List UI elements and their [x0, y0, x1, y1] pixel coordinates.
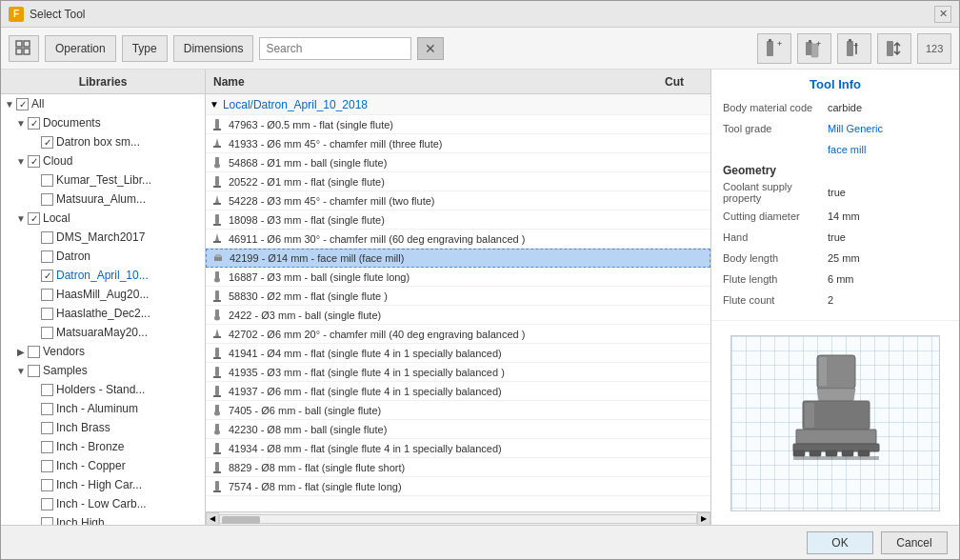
- toggle-inch-bronze[interactable]: [28, 440, 41, 453]
- tool-item-47963[interactable]: 47963 - Ø0.5 mm - flat (single flute): [206, 115, 710, 134]
- checkbox-dms[interactable]: [41, 231, 53, 244]
- checkbox-datron-box[interactable]: ✓: [41, 136, 53, 149]
- horizontal-scrollbar[interactable]: ◀ ▶: [206, 511, 710, 525]
- toggle-holders[interactable]: [28, 383, 41, 396]
- tree-item-inch-low-carb[interactable]: Inch - Low Carb...: [1, 494, 205, 513]
- tree-item-matsuura[interactable]: Matsuura_Alum...: [1, 190, 205, 209]
- tool-item-7574[interactable]: 7574 - Ø8 mm - flat (single flute long): [206, 477, 710, 496]
- tool-number-button[interactable]: 123: [917, 33, 951, 64]
- tree-item-inch-copper[interactable]: Inch - Copper: [1, 456, 205, 475]
- checkbox-haas-mill[interactable]: [41, 289, 53, 301]
- tool-item-2422[interactable]: 2422 - Ø3 mm - ball (single flute): [206, 306, 710, 325]
- tree-item-vendors[interactable]: ▶ Vendors: [1, 342, 205, 361]
- tool-item-8829[interactable]: 8829 - Ø8 mm - flat (single flute short): [206, 458, 710, 477]
- toggle-datron-april[interactable]: [28, 269, 41, 282]
- toggle-haas-mill[interactable]: [28, 288, 41, 301]
- tree-item-cloud[interactable]: ▼ ✓ Cloud: [1, 151, 205, 170]
- tool-new-button[interactable]: +: [837, 33, 871, 64]
- tree-item-samples[interactable]: ▼ Samples: [1, 361, 205, 380]
- tool-item-41935[interactable]: 41935 - Ø3 mm - flat (single flute 4 in …: [206, 363, 710, 382]
- tree-item-inch-bronze[interactable]: Inch - Bronze: [1, 437, 205, 456]
- tree-item-inch-aluminum[interactable]: Inch - Aluminum: [1, 399, 205, 418]
- tree-item-local[interactable]: ▼ ✓ Local: [1, 209, 205, 228]
- toggle-matsuura[interactable]: [28, 192, 41, 206]
- tool-copy-button[interactable]: +: [797, 33, 831, 64]
- checkbox-holders[interactable]: [41, 384, 53, 396]
- scroll-thumb[interactable]: [222, 516, 260, 524]
- tree-item-matsuura-may[interactable]: MatsuaraMay20...: [1, 323, 205, 342]
- checkbox-haaslathe[interactable]: [41, 308, 53, 320]
- checkbox-inch-high-car[interactable]: [41, 479, 53, 491]
- checkbox-cloud[interactable]: ✓: [28, 155, 40, 168]
- tool-add-button[interactable]: +: [757, 33, 791, 64]
- tree-item-datron-april[interactable]: ✓ Datron_April_10...: [1, 266, 205, 285]
- checkbox-documents[interactable]: ✓: [28, 117, 40, 130]
- checkbox-inch-copper[interactable]: [41, 460, 53, 472]
- toggle-dms[interactable]: [28, 230, 41, 244]
- tool-item-42230[interactable]: 42230 - Ø8 mm - ball (single flute): [206, 420, 710, 439]
- tree-item-documents[interactable]: ▼ ✓ Documents: [1, 113, 205, 132]
- tree-item-inch-high[interactable]: Inch High: [1, 513, 205, 525]
- tool-item-54868[interactable]: 54868 - Ø1 mm - ball (single flute): [206, 153, 710, 172]
- checkbox-kumar[interactable]: [41, 174, 53, 187]
- tree-item-haas-mill[interactable]: HaasMill_Aug20...: [1, 285, 205, 304]
- tool-item-7405[interactable]: 7405 - Ø6 mm - ball (single flute): [206, 401, 710, 420]
- tool-item-41933[interactable]: 41933 - Ø6 mm 45° - chamfer mill (three …: [206, 134, 710, 153]
- toggle-kumar[interactable]: [28, 173, 41, 187]
- grid-view-button[interactable]: [9, 35, 39, 62]
- tool-item-41934[interactable]: 41934 - Ø8 mm - flat (single flute 4 in …: [206, 439, 710, 458]
- tree-item-inch-high-car[interactable]: Inch - High Car...: [1, 475, 205, 494]
- tool-item-41941[interactable]: 41941 - Ø4 mm - flat (single flute 4 in …: [206, 344, 710, 363]
- checkbox-all[interactable]: ✓: [16, 98, 29, 110]
- type-button[interactable]: Type: [122, 35, 168, 62]
- checkbox-datron-april[interactable]: ✓: [41, 270, 53, 282]
- dimensions-button[interactable]: Dimensions: [173, 35, 254, 62]
- ok-button[interactable]: OK: [807, 531, 873, 554]
- checkbox-matsuura[interactable]: [41, 193, 53, 206]
- toggle-datron[interactable]: [28, 250, 41, 263]
- tree-item-all[interactable]: ▼ ✓ All: [1, 94, 205, 113]
- tool-item-20522[interactable]: 20522 - Ø1 mm - flat (single flute): [206, 172, 710, 191]
- tool-item-42199[interactable]: 42199 - Ø14 mm - face mill (face mill): [206, 249, 710, 268]
- tool-merge-button[interactable]: [877, 33, 911, 64]
- tree-item-holders-stand[interactable]: Holders - Stand...: [1, 380, 205, 399]
- tree-item-kumar[interactable]: Kumar_Test_Libr...: [1, 170, 205, 190]
- toggle-vendors[interactable]: ▶: [14, 345, 28, 358]
- toggle-matsuura-may[interactable]: [28, 326, 41, 339]
- checkbox-inch-bronze[interactable]: [41, 441, 53, 453]
- checkbox-samples[interactable]: [28, 365, 40, 377]
- tree-item-dms[interactable]: DMS_March2017: [1, 228, 205, 247]
- tree-item-datron[interactable]: Datron: [1, 247, 205, 266]
- checkbox-datron[interactable]: [41, 250, 53, 263]
- toggle-datron-box[interactable]: [28, 135, 41, 149]
- toggle-documents[interactable]: ▼: [14, 116, 28, 130]
- checkbox-inch-high[interactable]: [41, 517, 53, 526]
- toggle-inch-aluminum[interactable]: [28, 402, 41, 415]
- toggle-samples[interactable]: ▼: [14, 364, 28, 377]
- checkbox-inch-low-carb[interactable]: [41, 498, 53, 510]
- scroll-track[interactable]: [219, 514, 697, 524]
- tree-item-inch-brass[interactable]: Inch Brass: [1, 418, 205, 437]
- toggle-haaslathe[interactable]: [28, 307, 41, 320]
- tree-item-haaslathe[interactable]: Haaslathe_Dec2...: [1, 304, 205, 323]
- checkbox-matsuura-may[interactable]: [41, 327, 53, 339]
- tree-item-datron-box[interactable]: ✓ Datron box sm...: [1, 132, 205, 151]
- toggle-group[interactable]: ▼: [210, 99, 219, 110]
- checkbox-local[interactable]: ✓: [28, 212, 40, 225]
- checkbox-inch-brass[interactable]: [41, 422, 53, 434]
- tool-item-18098[interactable]: 18098 - Ø3 mm - flat (single flute): [206, 210, 710, 230]
- tool-item-41937[interactable]: 41937 - Ø6 mm - flat (single flute 4 in …: [206, 382, 710, 401]
- toggle-inch-brass[interactable]: [28, 421, 41, 434]
- cancel-button[interactable]: Cancel: [881, 531, 948, 554]
- toggle-cloud[interactable]: ▼: [14, 154, 28, 168]
- toggle-local[interactable]: ▼: [14, 211, 28, 225]
- toggle-inch-copper[interactable]: [28, 459, 41, 472]
- close-button[interactable]: ✕: [934, 6, 951, 23]
- scroll-left-button[interactable]: ◀: [206, 512, 219, 526]
- checkbox-vendors[interactable]: [28, 346, 40, 358]
- toggle-inch-high-car[interactable]: [28, 478, 41, 491]
- tool-item-54228[interactable]: 54228 - Ø3 mm 45° - chamfer mill (two fl…: [206, 191, 710, 210]
- checkbox-inch-aluminum[interactable]: [41, 403, 53, 415]
- search-clear-button[interactable]: ✕: [417, 37, 444, 60]
- tool-item-16887[interactable]: 16887 - Ø3 mm - ball (single flute long): [206, 268, 710, 287]
